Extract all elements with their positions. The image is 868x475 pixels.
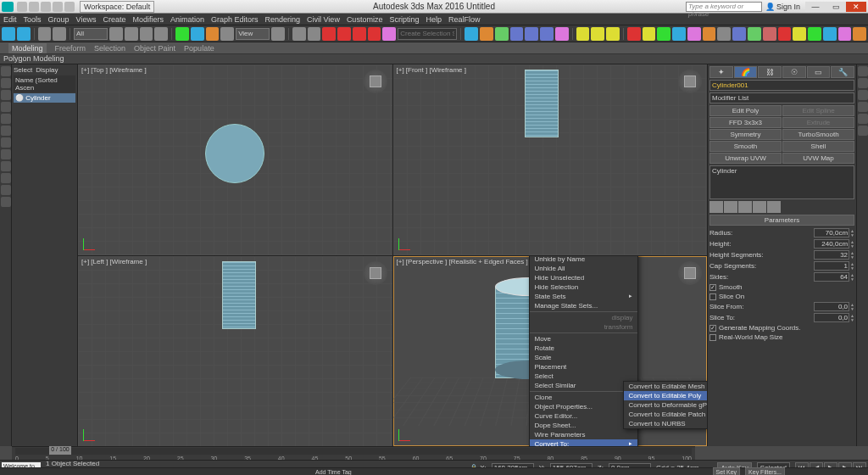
menu-customize[interactable]: Customize	[347, 15, 383, 24]
close-button[interactable]: ✕	[846, 2, 866, 12]
dock-icon[interactable]	[1, 149, 11, 159]
menu-item-convert-to-editable-mesh[interactable]: Convert to Editable Mesh	[624, 382, 708, 391]
cylinder-left-geometry[interactable]	[222, 261, 256, 329]
cseg-spinner[interactable]	[814, 261, 849, 271]
menu-grapheditors[interactable]: Graph Editors	[211, 15, 259, 24]
maximize-button[interactable]: ▭	[826, 2, 846, 12]
menu-item-convert-to-deformable-gpoly[interactable]: Convert to Deformable gPoly	[624, 400, 708, 410]
mod-button-shell[interactable]: Shell	[782, 141, 854, 152]
dock-icon[interactable]	[1, 185, 11, 195]
menu-item-object-properties-[interactable]: Object Properties...	[530, 402, 638, 411]
slicefrom-spinner[interactable]	[814, 302, 849, 311]
menu-item-state-sets[interactable]: State Sets	[530, 292, 638, 301]
dock-icon[interactable]	[1, 66, 11, 76]
menu-scripting[interactable]: Scripting	[389, 15, 419, 24]
rf-icon[interactable]	[823, 27, 837, 41]
menu-item-select-similar[interactable]: Select Similar	[530, 381, 638, 390]
smooth-checkbox[interactable]: ✓	[709, 284, 716, 291]
scene-tab-select[interactable]: Select	[14, 66, 32, 74]
viewport-label[interactable]: [+] [Front ] [Wireframe ]	[397, 66, 466, 74]
time-marker[interactable]: 0 / 100	[49, 446, 71, 455]
menu-rendering[interactable]: Rendering	[265, 15, 301, 24]
menu-item-placement[interactable]: Placement	[530, 362, 638, 372]
height-spinner[interactable]	[814, 239, 849, 249]
panel-tab-utilities[interactable]: 🔧	[831, 66, 854, 78]
genmap-checkbox[interactable]: ✓	[709, 325, 716, 332]
menu-item-wire-parameters[interactable]: Wire Parameters	[530, 430, 638, 439]
stack-pin-icon[interactable]	[709, 201, 723, 213]
menu-civilview[interactable]: Civil View	[307, 15, 340, 24]
modifier-stack[interactable]: Cylinder	[709, 165, 854, 199]
menu-realflow[interactable]: RealFlow	[448, 15, 481, 24]
dock-icon[interactable]	[1, 137, 11, 148]
ribbon-toggle-icon[interactable]	[510, 27, 524, 41]
menu-modifiers[interactable]: Modifiers	[132, 15, 164, 24]
dock-icon[interactable]	[1, 114, 11, 124]
setkey-button[interactable]: Set Key	[713, 467, 741, 476]
viewcube-icon[interactable]	[364, 70, 387, 93]
manipulate-icon[interactable]	[292, 27, 306, 41]
stack-show-icon[interactable]	[724, 201, 737, 213]
stack-remove-icon[interactable]	[753, 201, 766, 213]
panel-tab-modify[interactable]: 🌈	[734, 66, 758, 78]
redo-icon[interactable]	[17, 27, 31, 41]
rf-icon[interactable]	[853, 27, 866, 41]
menu-item-curve-editor-[interactable]: Curve Editor...	[530, 411, 638, 421]
rf-icon[interactable]	[763, 27, 776, 41]
scene-item-cylinder[interactable]: ⚪ Cylinder	[14, 93, 75, 103]
ribbon-tab-freeform[interactable]: Freeform	[55, 44, 86, 53]
rf-icon[interactable]	[808, 27, 821, 41]
menu-group[interactable]: Group	[48, 15, 70, 24]
menu-item-manage-state-sets-[interactable]: Manage State Sets...	[530, 301, 638, 310]
rf-icon[interactable]	[732, 27, 746, 41]
qat-icon[interactable]	[41, 2, 51, 12]
rf-icon[interactable]	[672, 27, 686, 41]
scale-gizmo-icon[interactable]	[206, 27, 220, 41]
add-time-tag[interactable]: Add Time Tag	[315, 469, 352, 475]
menu-item-clone[interactable]: Clone	[530, 393, 638, 402]
mod-button-ffd-3x3x3[interactable]: FFD 3x3x3	[709, 117, 782, 128]
dock-icon[interactable]	[858, 102, 868, 112]
mod-button-symmetry[interactable]: Symmetry	[709, 129, 782, 140]
viewcube-icon[interactable]	[678, 261, 702, 285]
viewcube-icon[interactable]	[364, 261, 387, 285]
viewport-left[interactable]: [+] [Left ] [Wireframe ]	[78, 256, 392, 447]
material-editor-icon[interactable]	[555, 27, 569, 41]
qat-icon[interactable]	[53, 2, 63, 12]
sliceto-spinner[interactable]	[814, 313, 849, 322]
window-crossing-icon[interactable]	[154, 27, 168, 41]
viewport-label[interactable]: [+] [Perspective ] [Realistic + Edged Fa…	[397, 258, 528, 265]
dock-icon[interactable]	[1, 173, 11, 183]
dock-icon[interactable]	[1, 102, 11, 112]
render-icon[interactable]	[606, 27, 620, 41]
radius-spinner[interactable]	[814, 228, 849, 238]
snap-toggle-icon[interactable]	[322, 27, 336, 41]
mod-button-turbosmooth[interactable]: TurboSmooth	[782, 129, 854, 140]
menu-item-hide-unselected[interactable]: Hide Unselected	[530, 273, 638, 282]
sliceon-checkbox[interactable]	[709, 293, 716, 300]
selection-filter-dropdown[interactable]: All	[74, 28, 108, 40]
menu-help[interactable]: Help	[426, 15, 442, 24]
signin-button[interactable]: 👤 Sign In	[765, 3, 800, 11]
scene-tab-display[interactable]: Display	[36, 66, 58, 74]
ribbon-tab-object paint[interactable]: Object Paint	[134, 44, 175, 53]
menu-item-convert-to-editable-poly[interactable]: Convert to Editable Poly	[624, 391, 708, 400]
scene-header[interactable]: Name (Sorted Ascen	[14, 75, 75, 92]
dock-icon[interactable]	[1, 197, 11, 207]
viewport-label[interactable]: [+] [Top ] [Wireframe ]	[81, 66, 147, 74]
panel-tab-display[interactable]: ▭	[807, 66, 831, 78]
rf-icon[interactable]	[687, 27, 701, 41]
rf-icon[interactable]	[627, 27, 641, 41]
panel-tab-hierarchy[interactable]: ⛓	[758, 66, 782, 78]
viewport-front[interactable]: [+] [Front ] [Wireframe ]	[393, 64, 708, 255]
viewport-top[interactable]: [+] [Top ] [Wireframe ]	[78, 64, 392, 255]
minimize-button[interactable]: —	[805, 2, 826, 12]
menu-item-rotate[interactable]: Rotate	[530, 344, 638, 353]
rf-icon[interactable]	[703, 27, 716, 41]
rf-icon[interactable]	[838, 27, 852, 41]
menu-item-unhide-by-name[interactable]: Unhide by Name	[530, 256, 638, 264]
layer-explorer-icon[interactable]	[495, 27, 509, 41]
menu-item-unhide-all[interactable]: Unhide All	[530, 264, 638, 273]
placement-icon[interactable]	[220, 27, 234, 41]
modifier-list-dropdown[interactable]: Modifier List	[709, 92, 854, 103]
